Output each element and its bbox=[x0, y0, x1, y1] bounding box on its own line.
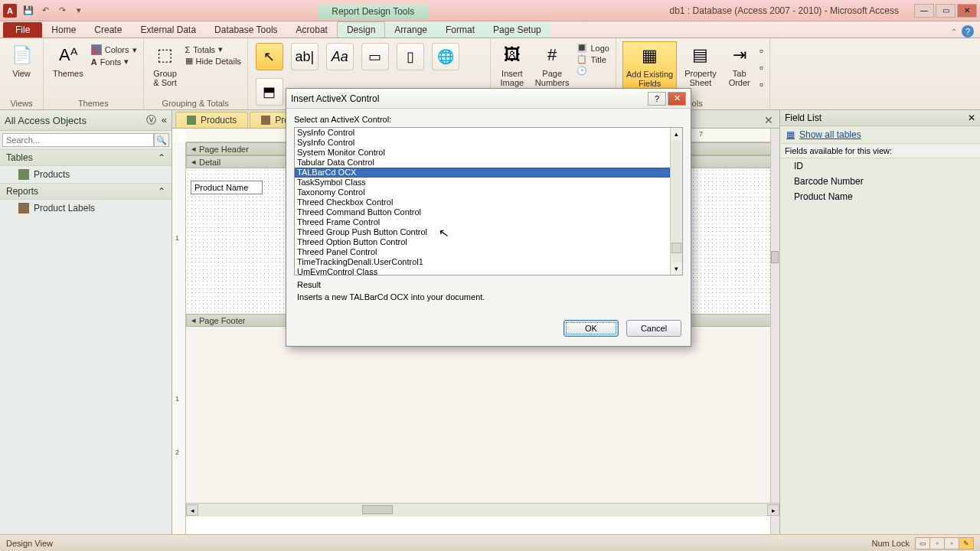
scroll-up-icon[interactable]: ▴ bbox=[671, 128, 682, 140]
file-tab[interactable]: File bbox=[3, 22, 42, 37]
logo-button[interactable]: 🔳 Logo bbox=[577, 43, 609, 53]
label-control[interactable]: Aa bbox=[326, 43, 354, 70]
group-themes-label: Themes bbox=[50, 99, 137, 109]
activex-listbox[interactable]: SysInfo ControlSysInfo ControlSystem Mon… bbox=[294, 127, 683, 276]
date-time-button[interactable]: 🕒 bbox=[577, 66, 609, 76]
tab-page-setup[interactable]: Page Setup bbox=[484, 22, 550, 37]
textbox-control[interactable]: ab| bbox=[291, 43, 318, 70]
help-icon[interactable]: ? bbox=[962, 25, 974, 37]
show-all-tables-link[interactable]: ▦Show all tables bbox=[780, 126, 980, 144]
print-preview-button[interactable]: ▫ bbox=[929, 537, 945, 549]
listbox-scrollbar[interactable]: ▴ ▾ bbox=[670, 128, 682, 275]
nav-item-products[interactable]: Products bbox=[0, 166, 172, 183]
list-item[interactable]: Threed Group Push Button Control bbox=[295, 227, 670, 237]
status-view-label: Design View bbox=[6, 539, 53, 548]
property-sheet-button[interactable]: ▤ Property Sheet bbox=[681, 41, 720, 89]
list-item[interactable]: System Monitor Control bbox=[295, 148, 670, 158]
search-button[interactable]: 🔍 bbox=[154, 133, 169, 147]
list-item[interactable]: SysInfo Control bbox=[295, 138, 670, 148]
field-product-name[interactable]: Product Name bbox=[780, 189, 980, 204]
minimize-ribbon-icon[interactable]: ⌃ bbox=[951, 28, 957, 36]
app-icon[interactable]: A bbox=[3, 4, 17, 18]
report-view-button[interactable]: ▭ bbox=[915, 537, 930, 549]
select-control[interactable]: ↖ bbox=[256, 43, 283, 70]
design-view-button[interactable]: ✎ bbox=[959, 537, 974, 549]
tab-home[interactable]: Home bbox=[42, 22, 85, 37]
close-button[interactable]: ✕ bbox=[957, 4, 977, 18]
cancel-button[interactable]: Cancel bbox=[626, 320, 681, 337]
close-tab-button[interactable]: ✕ bbox=[758, 112, 779, 128]
field-barcode-number[interactable]: Barcode Number bbox=[780, 174, 980, 189]
scroll-right-icon[interactable]: ▸ bbox=[767, 504, 779, 516]
list-item[interactable]: Taxonomy Control bbox=[295, 187, 670, 197]
convert-macros-button[interactable]: ▫ bbox=[760, 78, 763, 90]
combo-control[interactable]: ⬒ bbox=[256, 78, 283, 106]
redo-icon[interactable]: ↷ bbox=[55, 4, 69, 18]
dialog-title: Insert ActiveX Control bbox=[291, 93, 379, 104]
scroll-left-icon[interactable]: ◂ bbox=[186, 504, 198, 516]
tab-design[interactable]: Design bbox=[337, 21, 385, 37]
doc-tab-products[interactable]: Products bbox=[175, 112, 248, 128]
totals-button[interactable]: Σ Totals ▾ bbox=[185, 44, 241, 54]
list-item[interactable]: TALBarCd OCX bbox=[295, 168, 670, 178]
colors-button[interactable]: Colors ▾ bbox=[91, 44, 137, 55]
dialog-close-button[interactable]: ✕ bbox=[668, 92, 686, 106]
field-product-name[interactable]: Product Name bbox=[191, 181, 263, 194]
save-icon[interactable]: 💾 bbox=[21, 4, 35, 18]
view-code-button[interactable]: ▫ bbox=[760, 61, 763, 73]
list-item[interactable]: Threed Option Button Control bbox=[295, 237, 670, 247]
themes-button[interactable]: Aᴬ Themes bbox=[50, 41, 87, 80]
scroll-down-icon[interactable]: ▾ bbox=[671, 262, 682, 275]
tab-order-button[interactable]: ⇥ Tab Order bbox=[724, 41, 755, 89]
tab-arrange[interactable]: Arrange bbox=[385, 22, 436, 37]
search-input[interactable] bbox=[2, 133, 154, 147]
list-item[interactable]: SysInfo Control bbox=[295, 128, 670, 138]
fonts-button[interactable]: AFonts ▾ bbox=[91, 57, 137, 67]
nav-header[interactable]: All Access Objects ⓥ « bbox=[0, 110, 172, 131]
subreport-button[interactable]: ▫ bbox=[760, 44, 763, 57]
tab-control[interactable]: ▯ bbox=[397, 43, 424, 70]
tab-database-tools[interactable]: Database Tools bbox=[205, 22, 287, 37]
ok-button[interactable]: OK bbox=[564, 320, 619, 337]
undo-icon[interactable]: ↶ bbox=[38, 4, 52, 18]
tab-acrobat[interactable]: Acrobat bbox=[287, 22, 337, 37]
hide-details-button[interactable]: ▦ Hide Details bbox=[185, 56, 241, 66]
maximize-button[interactable]: ▭ bbox=[936, 4, 956, 18]
vertical-scrollbar[interactable] bbox=[770, 129, 779, 534]
qat-customize-icon[interactable]: ▾ bbox=[72, 4, 86, 18]
minimize-button[interactable]: — bbox=[914, 4, 934, 18]
group-sort-icon: ⬚ bbox=[153, 43, 178, 67]
list-item[interactable]: Threed Frame Control bbox=[295, 217, 670, 227]
tab-external-data[interactable]: External Data bbox=[131, 22, 205, 37]
dialog-help-button[interactable]: ? bbox=[648, 92, 666, 106]
field-list-pane: Field List✕ ▦Show all tables Fields avai… bbox=[779, 110, 980, 534]
footer-body[interactable] bbox=[186, 327, 779, 503]
button-control[interactable]: ▭ bbox=[361, 43, 389, 70]
list-item[interactable]: TaskSymbol Class bbox=[295, 178, 670, 187]
view-switcher: ▭ ▫ ▫ ✎ bbox=[916, 537, 974, 549]
list-item[interactable]: Threed Checkbox Control bbox=[295, 197, 670, 207]
list-item[interactable]: TimeTrackingDenali.UserControl1 bbox=[295, 257, 670, 267]
list-item[interactable]: Tabular Data Control bbox=[295, 158, 670, 168]
list-item[interactable]: Threed Command Button Control bbox=[295, 207, 670, 217]
hyperlink-control[interactable]: 🌐 bbox=[432, 43, 459, 70]
nav-item-product-labels[interactable]: Product Labels bbox=[0, 200, 172, 217]
tab-create[interactable]: Create bbox=[85, 22, 131, 37]
horizontal-scrollbar[interactable]: ◂ ▸ bbox=[186, 503, 779, 517]
nav-group-tables[interactable]: Tables⌃ bbox=[0, 149, 172, 166]
tab-format[interactable]: Format bbox=[436, 22, 484, 37]
close-field-list-button[interactable]: ✕ bbox=[968, 112, 975, 123]
list-item[interactable]: UmEvmControl Class bbox=[295, 267, 670, 275]
insert-image-button[interactable]: 🖼 Insert Image bbox=[497, 41, 528, 89]
list-item[interactable]: Threed Panel Control bbox=[295, 247, 670, 257]
view-icon: 📄 bbox=[9, 43, 34, 67]
page-numbers-button[interactable]: # Page Numbers bbox=[532, 41, 573, 89]
nav-group-reports[interactable]: Reports⌃ bbox=[0, 183, 172, 200]
add-existing-fields-button[interactable]: ▦ Add Existing Fields bbox=[622, 41, 677, 90]
select-label: Select an ActiveX Control: bbox=[294, 115, 683, 124]
view-button[interactable]: 📄 View bbox=[6, 41, 37, 80]
layout-view-button[interactable]: ▫ bbox=[944, 537, 959, 549]
title-button[interactable]: 📋 Title bbox=[577, 54, 609, 64]
group-sort-button[interactable]: ⬚ Group & Sort bbox=[150, 41, 181, 89]
field-id[interactable]: ID bbox=[780, 158, 980, 174]
